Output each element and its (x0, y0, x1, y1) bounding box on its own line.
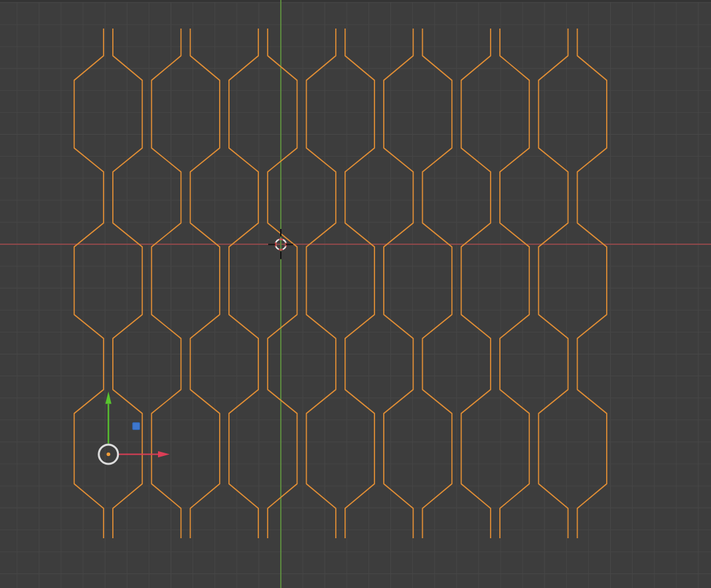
gizmo-xy-plane-handle[interactable] (133, 423, 140, 430)
object-origin-dot (107, 453, 111, 457)
viewport-top-edge (0, 0, 711, 2)
blender-3d-viewport[interactable] (0, 0, 711, 588)
viewport-canvas[interactable] (0, 0, 711, 588)
